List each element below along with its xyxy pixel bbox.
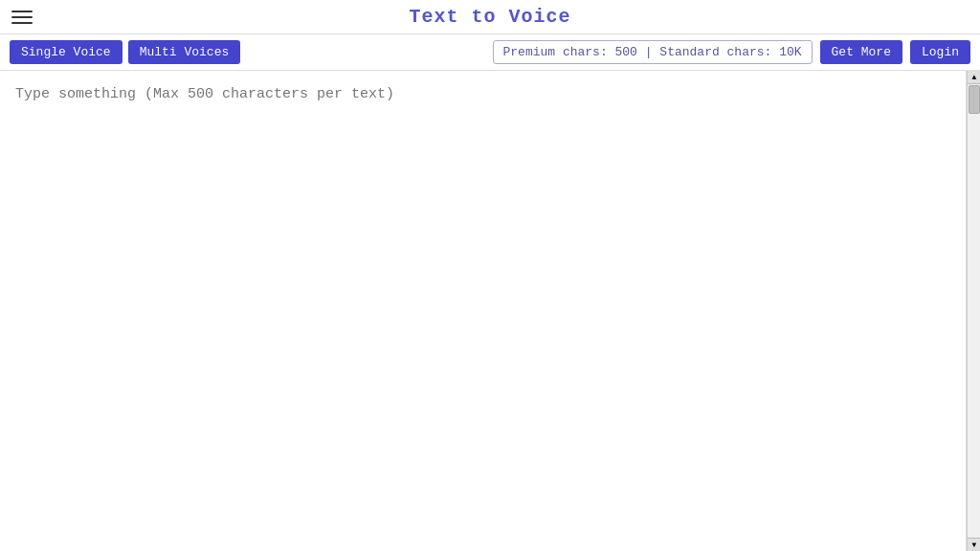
hamburger-menu-icon[interactable] <box>11 7 33 28</box>
scrollbar[interactable]: ▲ ▼ <box>967 71 980 551</box>
voice-mode-buttons: Single Voice Multi Voices <box>10 40 240 64</box>
scrollbar-thumb[interactable] <box>969 85 980 114</box>
app-title: Text to Voice <box>409 6 570 28</box>
scrollbar-down-button[interactable]: ▼ <box>968 538 980 551</box>
get-more-button[interactable]: Get More <box>820 40 902 64</box>
scrollbar-up-button[interactable]: ▲ <box>968 71 980 84</box>
toolbar: Single Voice Multi Voices Premium chars:… <box>0 34 980 71</box>
content-area: ▲ ▼ <box>0 71 980 551</box>
chars-info-display: Premium chars: 500 | Standard chars: 10K <box>493 40 813 64</box>
toolbar-right: Premium chars: 500 | Standard chars: 10K… <box>493 40 971 64</box>
main-panel <box>0 71 967 551</box>
single-voice-button[interactable]: Single Voice <box>10 40 122 64</box>
text-input[interactable] <box>0 71 966 551</box>
multi-voices-button[interactable]: Multi Voices <box>128 40 241 64</box>
app-header: Text to Voice <box>0 0 980 34</box>
app-container: Text to Voice Single Voice Multi Voices … <box>0 0 980 551</box>
login-button[interactable]: Login <box>910 40 970 64</box>
